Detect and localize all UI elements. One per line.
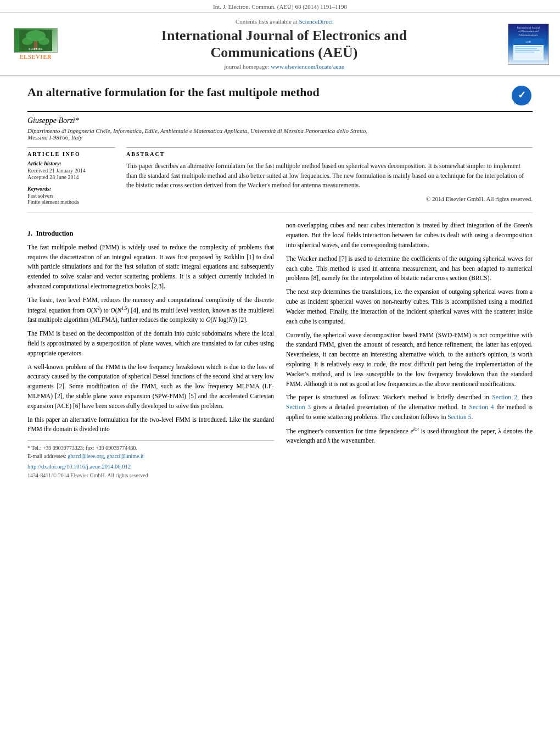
keywords-label: Keywords: <box>27 186 115 192</box>
paper-title: An alternative formulation for the fast … <box>27 85 500 101</box>
homepage-link[interactable]: www.elsevier.com/locate/aeue <box>271 63 344 70</box>
footnote-section: * Tel.: +39 09039773323; fax: +39 090397… <box>27 440 274 460</box>
right-p2: The Wacker method [7] is used to determi… <box>286 254 533 283</box>
accepted-date: Accepted 28 June 2014 <box>27 174 115 180</box>
author-name: Giuseppe Borzì* <box>27 116 533 125</box>
intro-p2: The basic, two level FMM, reduces the me… <box>27 295 274 325</box>
svg-text:CrossMark: CrossMark <box>514 102 529 105</box>
affiliation: Dipartimento di Ingegneria Civile, Infor… <box>27 127 533 141</box>
homepage-line: journal homepage: www.elsevier.com/locat… <box>71 63 497 70</box>
svg-rect-11 <box>515 50 540 51</box>
svg-rect-9 <box>515 46 542 47</box>
sciencedirect-link[interactable]: ScienceDirect <box>299 18 333 25</box>
section-1-heading: 1. 1. IntroductionIntroduction <box>27 228 274 239</box>
right-p6: The engineer's convention for time depen… <box>286 426 533 446</box>
right-p4: Currently, the spherical wave decomposit… <box>286 331 533 389</box>
journal-header: ELSEVIER ELSEVIER Contents lists availab… <box>0 13 560 76</box>
paper-content: An alternative formulation for the fast … <box>0 76 560 491</box>
intro-p3: The FMM is based on the decomposition of… <box>27 329 274 358</box>
thumb-cover-image: AEÜ <box>513 38 544 60</box>
copyright-line: © 2014 Elsevier GmbH. All rights reserve… <box>126 196 533 202</box>
contents-available-line: Contents lists available at ScienceDirec… <box>71 18 497 25</box>
doi-link[interactable]: http://dx.doi.org/10.1016/j.aeue.2014.06… <box>27 464 131 470</box>
logo-image: ELSEVIER <box>14 28 58 53</box>
section5-link[interactable]: Section 5 <box>447 414 471 420</box>
svg-point-3 <box>38 37 49 45</box>
right-column: non-overlapping cubes and near cubes int… <box>286 221 533 480</box>
right-p3: The next step determines the translation… <box>286 287 533 326</box>
intro-p5: In this paper an alternative formulation… <box>27 415 274 435</box>
svg-point-2 <box>22 37 33 45</box>
abstract-heading: ABSTRACT <box>126 151 533 157</box>
svg-text:✓: ✓ <box>518 90 526 101</box>
svg-text:ELSEVIER: ELSEVIER <box>29 48 43 51</box>
right-p5: The paper is structured as follows: Wack… <box>286 393 533 422</box>
journal-citation: Int. J. Electron. Commun. (AEÜ) 68 (2014… <box>213 3 347 10</box>
article-info: ARTICLE INFO Article history: Received 2… <box>27 147 115 205</box>
svg-rect-10 <box>515 48 537 49</box>
received-date: Received 21 January 2014 <box>27 168 115 174</box>
article-info-abstract: ARTICLE INFO Article history: Received 2… <box>27 147 533 205</box>
journal-title: International Journal of Electronics and… <box>71 27 497 61</box>
intro-p1: The fast multipole method (FMM) is widel… <box>27 243 274 292</box>
article-info-heading: ARTICLE INFO <box>27 151 115 157</box>
email-link-2[interactable]: gbarzi@unime.it <box>107 453 143 459</box>
license-line: 1434-8411/© 2014 Elsevier GmbH. All righ… <box>27 471 274 480</box>
section3-link[interactable]: Section 3 <box>286 404 311 410</box>
section-divider <box>27 213 533 213</box>
main-body: 1. 1. IntroductionIntroduction The fast … <box>27 221 533 480</box>
crossmark-icon[interactable]: ✓ CrossMark <box>511 85 533 107</box>
keyword-2: Finite element methods <box>27 199 115 205</box>
abstract-section: ABSTRACT This paper describes an alterna… <box>126 147 533 205</box>
abstract-text: This paper describes an alternative form… <box>126 161 533 190</box>
footnote-tel: * Tel.: +39 09039773323; fax: +39 090397… <box>27 444 274 452</box>
section2-link[interactable]: Section 2 <box>492 394 517 400</box>
keyword-1: Fast solvers <box>27 193 115 199</box>
left-column: 1. 1. IntroductionIntroduction The fast … <box>27 221 274 480</box>
elsevier-logo: ELSEVIER ELSEVIER <box>11 27 60 60</box>
right-p1: non-overlapping cubes and near cubes int… <box>286 221 533 250</box>
paper-title-section: An alternative formulation for the fast … <box>27 85 533 112</box>
section4-link[interactable]: Section 4 <box>469 404 494 410</box>
footnote-email: E-mail addresses: gbarzi@ieee.org, gbarz… <box>27 452 274 460</box>
intro-p4: A well-known problem of the FMM is the l… <box>27 362 274 411</box>
journal-title-area: Contents lists available at ScienceDirec… <box>71 18 497 70</box>
svg-rect-12 <box>515 52 534 53</box>
svg-text:AEÜ: AEÜ <box>525 41 531 43</box>
email-link-1[interactable]: gbarzi@ieee.org <box>68 453 104 459</box>
doi-line[interactable]: http://dx.doi.org/10.1016/j.aeue.2014.06… <box>27 462 274 471</box>
top-bar: Int. J. Electron. Commun. (AEÜ) 68 (2014… <box>0 0 560 13</box>
elsevier-tree-icon: ELSEVIER <box>19 30 52 51</box>
elsevier-brand-text: ELSEVIER <box>20 54 52 60</box>
journal-thumbnail: International Journalof Electronics andC… <box>508 24 549 65</box>
article-history-label: Article history: <box>27 160 115 166</box>
